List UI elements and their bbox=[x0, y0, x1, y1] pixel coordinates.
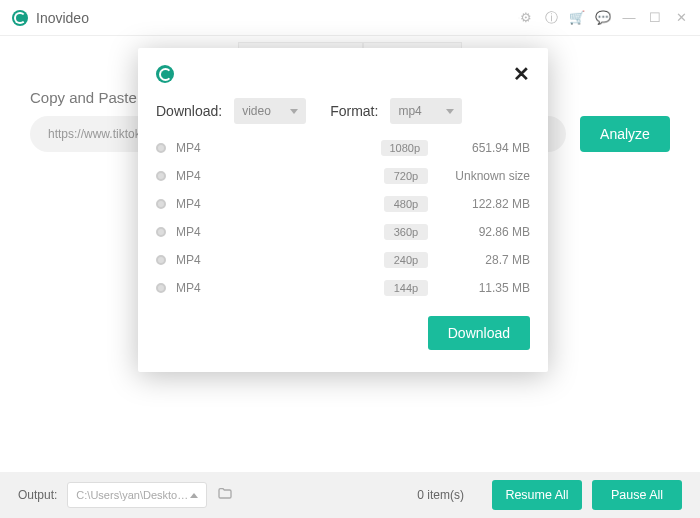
app-title: Inovideo bbox=[36, 10, 518, 26]
format-modal: ✕ Download: video Format: mp4 MP4 1080p … bbox=[138, 48, 548, 372]
resolution-badge: 1080p bbox=[381, 140, 428, 156]
feedback-icon[interactable]: 💬 bbox=[596, 11, 610, 25]
output-path-value: C:\Users\yan\Desktop\te... bbox=[76, 489, 190, 501]
format-row[interactable]: MP4 240p 28.7 MB bbox=[156, 250, 530, 270]
resolution-badge: 240p bbox=[384, 252, 428, 268]
close-icon[interactable]: ✕ bbox=[513, 64, 530, 84]
modal-header: ✕ bbox=[156, 64, 530, 84]
format-name: MP4 bbox=[176, 281, 374, 295]
resolution-badge: 720p bbox=[384, 168, 428, 184]
format-row[interactable]: MP4 360p 92.86 MB bbox=[156, 222, 530, 242]
resume-all-button[interactable]: Resume All bbox=[492, 480, 582, 510]
format-size: 122.82 MB bbox=[438, 197, 530, 211]
output-label: Output: bbox=[18, 488, 57, 502]
selectors: Download: video Format: mp4 bbox=[156, 98, 530, 124]
output-path-select[interactable]: C:\Users\yan\Desktop\te... bbox=[67, 482, 207, 508]
radio-icon[interactable] bbox=[156, 227, 166, 237]
format-size: 11.35 MB bbox=[438, 281, 530, 295]
radio-icon[interactable] bbox=[156, 199, 166, 209]
modal-logo-icon bbox=[156, 65, 174, 83]
format-row[interactable]: MP4 144p 11.35 MB bbox=[156, 278, 530, 298]
radio-icon[interactable] bbox=[156, 171, 166, 181]
format-name: MP4 bbox=[176, 197, 374, 211]
cart-icon[interactable]: 🛒 bbox=[570, 11, 584, 25]
format-name: MP4 bbox=[176, 169, 374, 183]
items-count: 0 item(s) bbox=[417, 488, 464, 502]
format-size: Unknown size bbox=[438, 169, 530, 183]
format-name: MP4 bbox=[176, 225, 374, 239]
format-name: MP4 bbox=[176, 141, 371, 155]
resolution-badge: 144p bbox=[384, 280, 428, 296]
maximize-icon[interactable]: ☐ bbox=[648, 11, 662, 25]
chevron-down-icon bbox=[446, 109, 454, 114]
close-window-icon[interactable]: ✕ bbox=[674, 11, 688, 25]
open-folder-icon[interactable] bbox=[217, 486, 233, 505]
format-size: 28.7 MB bbox=[438, 253, 530, 267]
info-icon[interactable]: ⓘ bbox=[544, 11, 558, 25]
format-row[interactable]: MP4 720p Unknown size bbox=[156, 166, 530, 186]
format-size: 651.94 MB bbox=[438, 141, 530, 155]
resolution-badge: 480p bbox=[384, 196, 428, 212]
bottombar: Output: C:\Users\yan\Desktop\te... 0 ite… bbox=[0, 472, 700, 518]
format-row[interactable]: MP4 480p 122.82 MB bbox=[156, 194, 530, 214]
app-logo-icon bbox=[12, 10, 28, 26]
chevron-up-icon bbox=[190, 493, 198, 498]
download-type-label: Download: bbox=[156, 103, 222, 119]
chevron-down-icon bbox=[290, 109, 298, 114]
download-button[interactable]: Download bbox=[428, 316, 530, 350]
analyze-button[interactable]: Analyze bbox=[580, 116, 670, 152]
radio-icon[interactable] bbox=[156, 143, 166, 153]
format-type-select[interactable]: mp4 bbox=[390, 98, 462, 124]
titlebar-icons: ⚙ ⓘ 🛒 💬 — ☐ ✕ bbox=[518, 11, 688, 25]
format-list: MP4 1080p 651.94 MB MP4 720p Unknown siz… bbox=[156, 138, 530, 298]
titlebar: Inovideo ⚙ ⓘ 🛒 💬 — ☐ ✕ bbox=[0, 0, 700, 36]
radio-icon[interactable] bbox=[156, 255, 166, 265]
format-type-label: Format: bbox=[330, 103, 378, 119]
format-name: MP4 bbox=[176, 253, 374, 267]
format-row[interactable]: MP4 1080p 651.94 MB bbox=[156, 138, 530, 158]
svg-point-0 bbox=[519, 17, 520, 18]
pause-all-button[interactable]: Pause All bbox=[592, 480, 682, 510]
download-type-value: video bbox=[242, 104, 271, 118]
format-type-value: mp4 bbox=[398, 104, 421, 118]
download-type-select[interactable]: video bbox=[234, 98, 306, 124]
format-size: 92.86 MB bbox=[438, 225, 530, 239]
settings-gear-icon[interactable]: ⚙ bbox=[518, 11, 532, 25]
minimize-icon[interactable]: — bbox=[622, 11, 636, 25]
radio-icon[interactable] bbox=[156, 283, 166, 293]
resolution-badge: 360p bbox=[384, 224, 428, 240]
